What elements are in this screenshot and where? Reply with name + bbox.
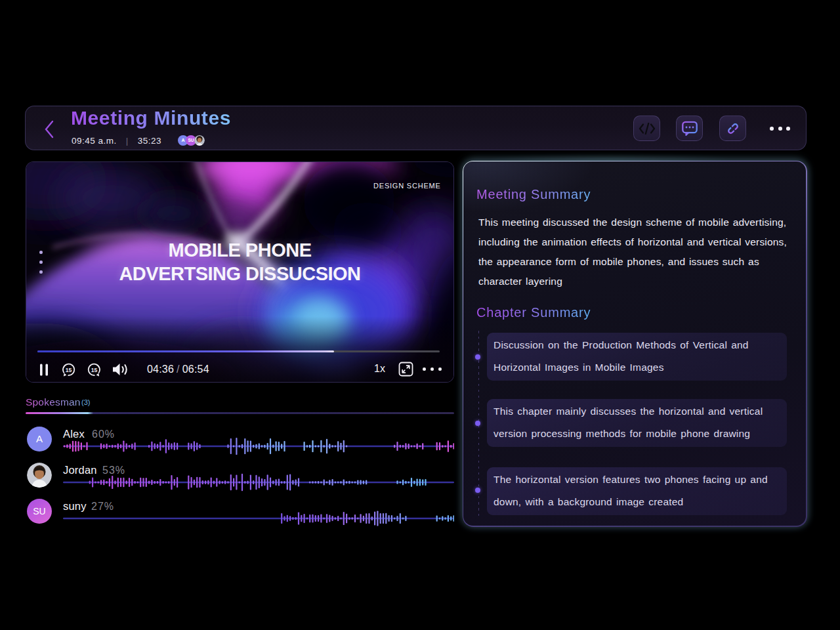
svg-text:15: 15 xyxy=(91,367,98,373)
svg-text:15: 15 xyxy=(66,367,72,373)
